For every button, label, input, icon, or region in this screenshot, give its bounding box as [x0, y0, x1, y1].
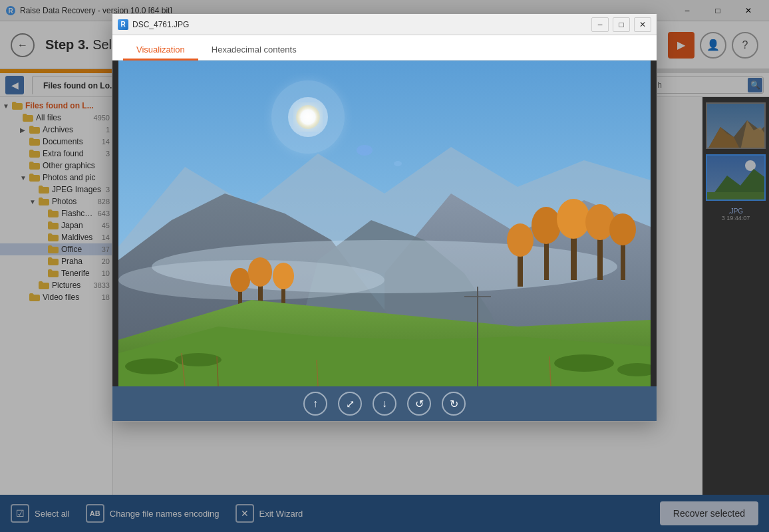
expand-icon: ⤢ [346, 398, 355, 410]
image-scroll-down-button[interactable]: ↓ [373, 392, 396, 416]
modal-title-bar: R DSC_4761.JPG – □ ✕ [112, 14, 657, 35]
modal-close-button[interactable]: ✕ [634, 17, 651, 32]
svg-point-33 [230, 268, 250, 292]
svg-point-40 [125, 358, 178, 374]
svg-point-37 [273, 263, 294, 289]
modal-minimize-button[interactable]: – [591, 17, 609, 32]
up-icon: ↑ [313, 398, 318, 410]
modal-tab-visualization[interactable]: Visualization [123, 41, 198, 61]
svg-point-27 [557, 199, 590, 239]
modal-controls: ↑ ⤢ ↓ ↺ ↻ [112, 386, 657, 421]
modal-overlay: R DSC_4761.JPG – □ ✕ Visualization Hexad… [0, 0, 769, 532]
modal-title: DSC_4761.JPG [132, 20, 587, 29]
modal-tab-label: Visualization [136, 45, 185, 55]
svg-point-25 [532, 207, 561, 244]
svg-point-35 [248, 257, 272, 287]
rotate-right-icon: ↻ [450, 398, 458, 410]
modal-landscape-image [118, 61, 651, 386]
svg-point-42 [554, 354, 614, 372]
image-rotate-right-button[interactable]: ↻ [442, 392, 466, 416]
modal-tabs: Visualization Hexadecimal contents [112, 35, 657, 61]
modal-tab-label: Hexadecimal contents [212, 45, 297, 55]
modal-window: R DSC_4761.JPG – □ ✕ Visualization Hexad… [112, 13, 657, 422]
svg-point-15 [394, 161, 402, 166]
modal-tab-hexadecimal[interactable]: Hexadecimal contents [198, 41, 310, 61]
modal-maximize-button[interactable]: □ [613, 17, 630, 32]
svg-point-14 [357, 145, 373, 156]
svg-point-31 [609, 213, 636, 245]
modal-image-area [112, 61, 657, 386]
svg-point-23 [507, 223, 534, 257]
modal-app-icon: R [118, 19, 128, 30]
down-icon: ↓ [382, 398, 387, 410]
svg-point-13 [296, 105, 320, 129]
image-scroll-up-button[interactable]: ↑ [303, 392, 327, 416]
rotate-left-icon: ↺ [415, 398, 424, 410]
image-expand-button[interactable]: ⤢ [338, 392, 362, 416]
image-rotate-left-button[interactable]: ↺ [407, 392, 431, 416]
